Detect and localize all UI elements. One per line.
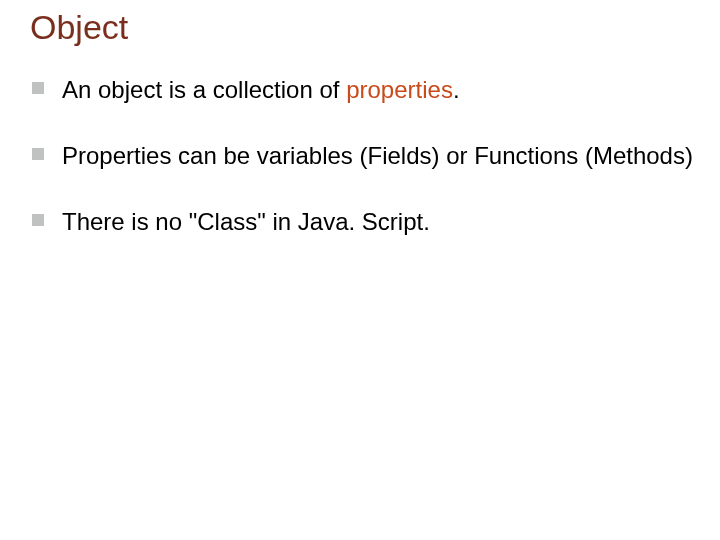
- bullet-text-pre: An object is a collection of: [62, 76, 346, 103]
- bullet-list: An object is a collection of properties.…: [24, 75, 696, 237]
- list-item: Properties can be variables (Fields) or …: [32, 141, 696, 171]
- list-item: There is no "Class" in Java. Script.: [32, 207, 696, 237]
- bullet-text-post: .: [453, 76, 460, 103]
- slide: Object An object is a collection of prop…: [0, 0, 720, 540]
- bullet-text-accent: properties: [346, 76, 453, 103]
- bullet-text-pre: There is no "Class" in Java. Script.: [62, 208, 430, 235]
- list-item: An object is a collection of properties.: [32, 75, 696, 105]
- slide-title: Object: [30, 8, 696, 47]
- bullet-text-pre: Properties can be variables (Fields) or …: [62, 142, 693, 169]
